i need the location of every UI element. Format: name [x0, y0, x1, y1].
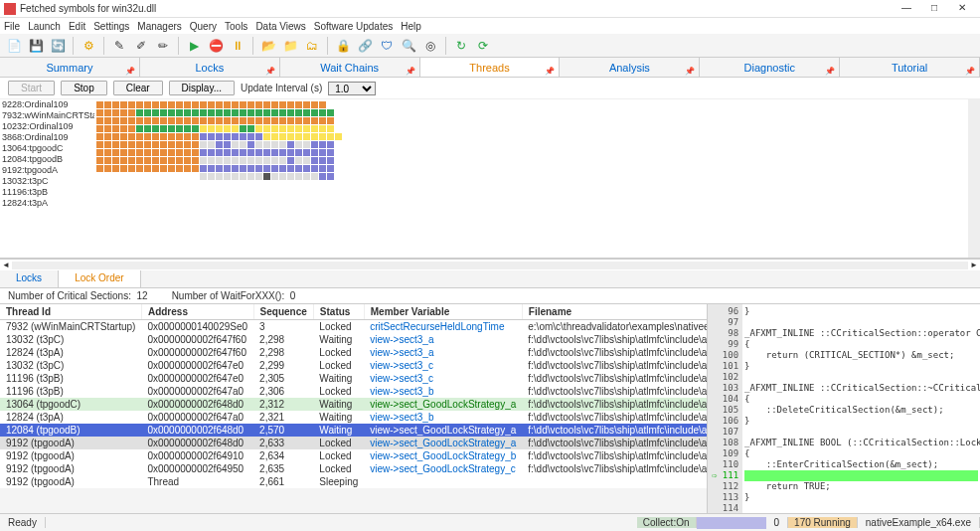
thread-row[interactable]: 11196:t3pB [0, 187, 94, 198]
pencil-icon[interactable]: ✐ [131, 36, 151, 56]
stop-icon[interactable]: ⛔ [206, 36, 226, 56]
col-sequence[interactable]: Sequence [253, 304, 313, 320]
refresh-icon[interactable]: 🔄 [48, 36, 68, 56]
table-row[interactable]: 13032 (t3pC)0x0000000002f647f602,298Wait… [0, 333, 707, 346]
tab-locks[interactable]: Locks📌 [140, 58, 280, 77]
waitfor-label: Number of WaitForXXX(): [172, 290, 285, 301]
thread-row[interactable]: 13064:tpgoodC [0, 143, 94, 154]
lock-summary: Number of Critical Sections: 12 Number o… [0, 288, 980, 303]
col-filename[interactable]: Filename [522, 304, 707, 320]
activity-matrix[interactable] [94, 99, 968, 258]
search-icon[interactable]: 🔍 [399, 36, 418, 56]
col-member-variable[interactable]: Member Variable [364, 304, 522, 320]
folder3-icon[interactable]: 🗂 [302, 36, 322, 56]
folder1-icon[interactable]: 📂 [258, 36, 278, 56]
table-row[interactable]: 9192 (tpgoodA)Thread2,661Sleeping [0, 475, 707, 488]
col-status[interactable]: Status [313, 304, 364, 320]
table-row[interactable]: 12824 (t3pA)0x0000000002f647f602,298Lock… [0, 346, 707, 359]
target-icon[interactable]: ◎ [420, 36, 440, 56]
table-row[interactable]: 13064 (tpgoodC)0x0000000002f648d02,312Wa… [0, 398, 707, 411]
menu-data-views[interactable]: Data Views [255, 21, 305, 32]
matrix-hscroll[interactable]: ◄► [0, 259, 980, 270]
pin-icon[interactable]: 📌 [545, 62, 555, 82]
pin-icon[interactable]: 📌 [685, 62, 695, 82]
interval-label: Update Interval (s) [241, 83, 322, 93]
table-row[interactable]: 9192 (tpgoodA)0x0000000002f648d02,633Loc… [0, 437, 707, 449]
table-row[interactable]: 9192 (tpgoodA)0x0000000002f649502,635Loc… [0, 462, 707, 475]
save-icon[interactable]: 💾 [26, 36, 46, 56]
thread-row[interactable]: 9228:Ordinal109 [0, 99, 94, 110]
critical-label: Number of Critical Sections: [8, 290, 131, 301]
tab-summary[interactable]: Summary📌 [0, 58, 140, 77]
status-progress [697, 517, 766, 529]
tab-diagnostic[interactable]: Diagnostic📌 [700, 58, 840, 77]
status-exe: nativeExample_x64.exe [858, 517, 980, 528]
wand-icon[interactable]: ✎ [109, 36, 129, 56]
cycle2-icon[interactable]: ⟳ [473, 36, 493, 56]
stop-button[interactable]: Stop [61, 81, 107, 95]
col-thread-id[interactable]: Thread Id [0, 304, 141, 320]
subtab-lock-order[interactable]: Lock Order [59, 270, 140, 287]
pause-icon[interactable]: ⏸ [228, 36, 247, 56]
gear-icon[interactable]: ⚙ [79, 36, 98, 56]
thread-list: 9228:Ordinal1097932:wWinMainCRTStartup10… [0, 99, 94, 258]
interval-select[interactable]: 1.0 [328, 82, 376, 95]
window-title: Fetched symbols for win32u.dll [20, 3, 893, 14]
tab-tutorial[interactable]: Tutorial📌 [840, 58, 980, 77]
menu-managers[interactable]: Managers [137, 21, 181, 32]
thread-row[interactable]: 9192:tpgoodA [0, 165, 94, 176]
play-icon[interactable]: ▶ [184, 36, 204, 56]
menu-software-updates[interactable]: Software Updates [314, 21, 394, 32]
menu-file[interactable]: File [4, 21, 20, 32]
table-row[interactable]: 13032 (t3pC)0x0000000002f647e02,299Locke… [0, 359, 707, 372]
tab-threads[interactable]: Threads📌 [420, 58, 561, 77]
table-row[interactable]: 11196 (t3pB)0x0000000002f647a02,306Locke… [0, 385, 707, 398]
menu-edit[interactable]: Edit [69, 21, 85, 32]
chain-icon[interactable]: 🔗 [355, 36, 375, 56]
app-icon [4, 3, 16, 15]
pin-icon[interactable]: 📌 [825, 62, 835, 82]
start-button[interactable]: Start [8, 81, 55, 95]
table-row[interactable]: 12824 (t3pA)0x0000000002f647a02,321Waiti… [0, 411, 707, 424]
pin-icon[interactable]: 📌 [406, 62, 415, 82]
pin-icon[interactable]: 📌 [265, 62, 275, 82]
menu-tools[interactable]: Tools [225, 21, 247, 32]
table-row[interactable]: 9192 (tpgoodA)0x0000000002f649102,634Loc… [0, 449, 707, 462]
pin-icon[interactable]: 📌 [125, 62, 135, 82]
table-row[interactable]: 12084 (tpgoodB)0x0000000002f648d02,570Wa… [0, 424, 707, 437]
pin-icon[interactable]: 📌 [965, 62, 975, 82]
display-button[interactable]: Display... [169, 81, 235, 95]
clear-button[interactable]: Clear [113, 81, 163, 95]
cycle-icon[interactable]: ↻ [451, 36, 471, 56]
vscroll-icon[interactable] [968, 99, 980, 258]
thread-row[interactable]: 7932:wWinMainCRTStartup [0, 110, 94, 121]
subtab-locks[interactable]: Locks [0, 270, 59, 287]
thread-row[interactable]: 10232:Ordinal109 [0, 121, 94, 132]
thread-row[interactable]: 12824:t3pA [0, 198, 94, 209]
thread-row[interactable]: 12084:tpgoodB [0, 154, 94, 165]
new-icon[interactable]: 📄 [4, 36, 24, 56]
close-button[interactable]: ✕ [948, 1, 976, 17]
table-row[interactable]: 11196 (t3pB)0x0000000002f647e02,305Waiti… [0, 372, 707, 385]
table-row[interactable]: 7932 (wWinMainCRTStartup)0x0000000140029… [0, 320, 707, 334]
menu-help[interactable]: Help [401, 21, 421, 32]
menu-launch[interactable]: Launch [28, 21, 61, 32]
menu-settings[interactable]: Settings [93, 21, 129, 32]
lock-table-wrap[interactable]: Thread IdAddressSequenceStatusMember Var… [0, 304, 707, 513]
shield-icon[interactable]: 🛡 [377, 36, 397, 56]
folder2-icon[interactable]: 📁 [280, 36, 300, 56]
tab-wait-chains[interactable]: Wait Chains📌 [280, 58, 420, 77]
lock-order-area: Thread IdAddressSequenceStatusMember Var… [0, 303, 980, 513]
menu-query[interactable]: Query [190, 21, 217, 32]
minimize-button[interactable]: — [893, 1, 920, 17]
thread-row[interactable]: 13032:t3pC [0, 176, 94, 187]
maximize-button[interactable]: □ [920, 1, 948, 17]
pencil2-icon[interactable]: ✏ [153, 36, 173, 56]
lock-table: Thread IdAddressSequenceStatusMember Var… [0, 304, 707, 488]
status-collect: Collect:On [637, 517, 697, 528]
lock-icon[interactable]: 🔒 [333, 36, 353, 56]
tab-analysis[interactable]: Analysis📌 [560, 58, 700, 77]
col-address[interactable]: Address [141, 304, 253, 320]
thread-row[interactable]: 3868:Ordinal109 [0, 132, 94, 143]
source-pane: 9697989910010110210310410510610710810911… [707, 304, 980, 513]
